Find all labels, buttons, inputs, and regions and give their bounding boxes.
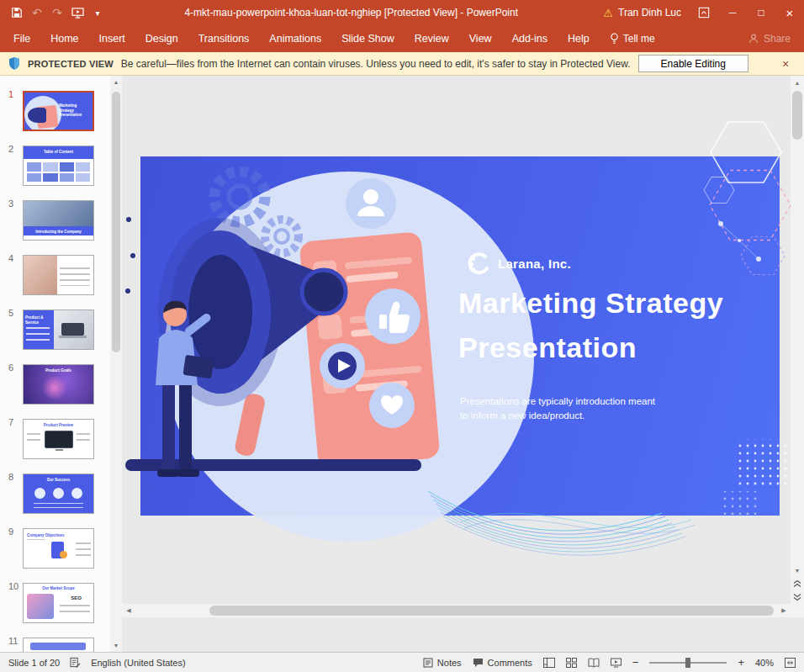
minimize-button[interactable]: ─ (718, 0, 747, 25)
thumbnail-slide-3[interactable]: 3 Introducing the Company (0, 192, 110, 246)
maximize-button[interactable]: □ (747, 0, 775, 25)
tab-file[interactable]: File (3, 25, 40, 52)
canvas-bottom-margin (122, 617, 804, 652)
user-name: Tran Dinh Luc (618, 7, 681, 19)
thumbnail-slide-6[interactable]: 6 Product Goals (0, 356, 110, 410)
save-icon[interactable] (7, 0, 27, 25)
redo-icon[interactable]: ↷ (47, 0, 67, 25)
thumbnail-art: Table of Content (23, 146, 94, 186)
start-slideshow-icon[interactable] (67, 0, 87, 25)
language-indicator[interactable]: English (United States) (91, 658, 186, 668)
slide-number: 2 (0, 137, 23, 192)
ribbon-display-options-icon[interactable] (690, 0, 718, 25)
thumbnail-art: Product & Service (23, 310, 94, 350)
slide-number: 5 (0, 301, 23, 356)
horizontal-scroll-thumb[interactable] (209, 606, 774, 616)
enable-editing-button[interactable]: Enable Editing (638, 55, 748, 72)
thumbnail-slide-5[interactable]: 5 Product & Service (0, 301, 110, 356)
tab-home[interactable]: Home (40, 25, 88, 52)
tab-design[interactable]: Design (135, 25, 188, 52)
scroll-left-icon[interactable]: ◀ (122, 604, 135, 617)
lightbulb-icon (610, 33, 619, 45)
previous-slide-button[interactable] (791, 577, 804, 590)
larana-logo-icon (467, 251, 490, 276)
thumbnail-art: Introducing the Company (23, 200, 94, 241)
vertical-scrollbar[interactable]: ▲ ▼ (791, 76, 804, 604)
main-column: Larana, Inc. Marketing Strategy Presenta… (122, 76, 804, 652)
account-info[interactable]: ⚠ Tran Dinh Luc (595, 7, 690, 19)
thumbnail-scroll-thumb[interactable] (112, 92, 120, 352)
vertical-scroll-thumb[interactable] (792, 91, 802, 140)
slide-title-line2: Presentation (458, 325, 723, 370)
horizontal-scrollbar[interactable]: ◀ ▶ (122, 604, 791, 617)
share-person-icon (748, 34, 759, 44)
customize-qat-dropdown-icon[interactable]: ▾ (87, 0, 108, 25)
reading-view-button[interactable] (588, 658, 600, 668)
thumbnail-slide-9[interactable]: 9 Company Objectives (0, 520, 110, 574)
zoom-slider-thumb[interactable] (685, 658, 690, 668)
undo-icon[interactable]: ↶ (27, 0, 47, 25)
wave-lines (428, 491, 696, 555)
company-logo-row: Larana, Inc. (467, 251, 571, 276)
close-button[interactable]: × (775, 0, 804, 25)
tab-transitions[interactable]: Transitions (188, 25, 260, 52)
thumbnail-slide-10[interactable]: 10 Our Market Scope SEO (0, 574, 110, 629)
dot-grid (719, 439, 788, 515)
thumbnail-scroll-track[interactable] (110, 88, 122, 639)
protected-view-close-icon[interactable]: × (775, 57, 796, 71)
powerpoint-window: ↶ ↷ ▾ 4-mkt-mau-powerpoint-khoa-luan-tot… (0, 0, 804, 672)
fit-slide-to-window-button[interactable] (785, 658, 796, 668)
horizontal-scroll-track[interactable] (135, 604, 777, 617)
thumbnail-art: Marketing Strategy Presentation (23, 91, 94, 131)
thumbnail-art (23, 638, 94, 652)
comments-button[interactable]: Comments (473, 658, 532, 668)
vertical-scroll-track[interactable] (791, 89, 804, 564)
thumbnail-slide-2[interactable]: 2 Table of Content (0, 137, 110, 192)
slide-number: 11 (0, 629, 23, 652)
workspace: 1 Marketing Strategy Presentation 2 Tabl… (0, 76, 804, 652)
tab-view[interactable]: View (459, 25, 502, 52)
share-button[interactable]: Share (735, 33, 804, 45)
zoom-in-button[interactable]: + (738, 656, 744, 669)
slide-canvas: Larana, Inc. Marketing Strategy Presenta… (122, 76, 791, 604)
tell-me-search[interactable]: Tell me (600, 33, 665, 45)
thumbnail-art: Company Objectives (23, 528, 94, 569)
thumbnail-art (23, 255, 94, 295)
scroll-up-icon[interactable]: ▲ (791, 76, 804, 89)
scroll-up-icon[interactable]: ▲ (110, 76, 122, 88)
tablet-illustration (299, 231, 441, 468)
thumbnail-scrollbar[interactable]: ▲ ▼ (110, 76, 122, 652)
scroll-down-icon[interactable]: ▼ (110, 639, 122, 652)
slide-position-indicator[interactable]: Slide 1 of 20 (8, 658, 60, 668)
slide-show-view-button[interactable] (611, 658, 622, 668)
zoom-slider[interactable] (649, 662, 727, 664)
tab-review[interactable]: Review (405, 25, 459, 52)
thumbnail-slide-11[interactable]: 11 (0, 629, 110, 652)
scroll-right-icon[interactable]: ▶ (777, 604, 791, 617)
tab-animations[interactable]: Animations (259, 25, 331, 52)
tab-help[interactable]: Help (558, 25, 600, 52)
slide-number: 8 (0, 465, 23, 520)
slide-1-editing-area[interactable]: Larana, Inc. Marketing Strategy Presenta… (140, 156, 780, 516)
next-slide-button[interactable] (791, 590, 804, 604)
zoom-level[interactable]: 40% (755, 658, 774, 668)
title-bar: ↶ ↷ ▾ 4-mkt-mau-powerpoint-khoa-luan-tot… (0, 0, 804, 25)
protected-view-label: PROTECTED VIEW (28, 59, 114, 69)
scroll-down-icon[interactable]: ▼ (791, 564, 804, 577)
normal-view-button[interactable] (543, 658, 555, 668)
slide-thumbnail-panel: 1 Marketing Strategy Presentation 2 Tabl… (0, 76, 110, 652)
thumbnail-slide-1[interactable]: 1 Marketing Strategy Presentation (0, 82, 110, 137)
tab-add-ins[interactable]: Add-ins (502, 25, 558, 52)
warning-icon: ⚠ (603, 8, 613, 19)
notes-label: Notes (437, 658, 462, 668)
tab-insert[interactable]: Insert (89, 25, 135, 52)
quick-access-toolbar: ↶ ↷ ▾ (0, 0, 108, 25)
notes-button[interactable]: Notes (423, 658, 462, 668)
proofing-icon[interactable] (70, 657, 81, 668)
slide-sorter-view-button[interactable] (566, 658, 577, 668)
thumbnail-slide-4[interactable]: 4 (0, 246, 110, 301)
zoom-out-button[interactable]: − (632, 656, 639, 669)
thumbnail-slide-8[interactable]: 8 Our Success (0, 465, 110, 520)
thumbnail-slide-7[interactable]: 7 Product Preview (0, 410, 110, 465)
tab-slide-show[interactable]: Slide Show (331, 25, 405, 52)
